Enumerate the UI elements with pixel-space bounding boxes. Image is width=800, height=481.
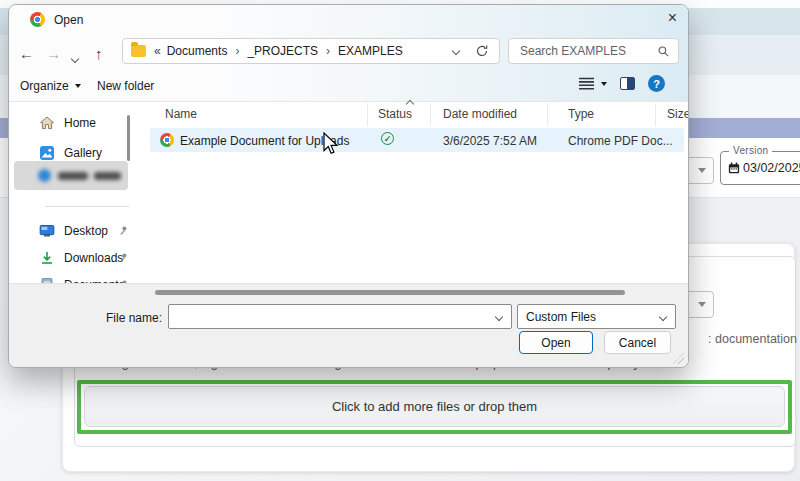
sidebar-item-label: Downloads: [64, 251, 123, 265]
version-label: Version: [729, 145, 772, 156]
breadcrumb-examples[interactable]: EXAMPLES: [338, 44, 403, 58]
column-header-size[interactable]: Size: [667, 107, 689, 121]
search-input[interactable]: [518, 43, 657, 59]
chevron-down-icon: [601, 82, 607, 86]
chevron-down-icon: [698, 168, 706, 173]
column-header-name[interactable]: Name: [165, 107, 197, 121]
documentation-text-fragment: : documentation: [708, 332, 797, 346]
chrome-icon: [30, 12, 45, 27]
chevron-down-icon: [71, 55, 79, 63]
file-name-input[interactable]: [169, 305, 511, 328]
breadcrumb-separator: ›: [326, 44, 330, 58]
file-type-select[interactable]: Custom Files: [517, 304, 676, 329]
new-folder-label: New folder: [97, 79, 154, 93]
forward-button[interactable]: →: [46, 45, 61, 62]
organize-label: Organize: [20, 79, 69, 93]
refresh-icon[interactable]: [475, 44, 489, 58]
search-box: [508, 38, 679, 64]
breadcrumb-projects[interactable]: _PROJECTS: [247, 44, 318, 58]
horizontal-scrollbar[interactable]: [155, 290, 625, 295]
column-divider: [430, 103, 431, 126]
version-date-field[interactable]: 03/02/2025: [720, 151, 800, 185]
pin-icon: [117, 225, 128, 236]
column-divider: [655, 103, 656, 126]
sidebar-item-home[interactable]: Home: [39, 113, 96, 133]
green-annotation-box: Click to add more files or drop them: [77, 380, 792, 434]
column-header-date-modified[interactable]: Date modified: [443, 107, 517, 121]
chevron-down-icon: [75, 84, 81, 88]
back-button[interactable]: ←: [19, 45, 34, 62]
desktop-icon: [39, 223, 55, 239]
column-header-status[interactable]: Status: [378, 107, 412, 121]
chrome-file-icon: [160, 133, 174, 147]
calendar-icon: [728, 162, 740, 174]
file-type-value: Custom Files: [526, 310, 596, 324]
list-view-icon: [579, 77, 594, 90]
open-file-dialog: Open × ← → ↑ « Documents › _PROJECTS › E…: [8, 4, 689, 368]
sidebar-item-label: Gallery: [64, 146, 102, 160]
column-divider: [367, 103, 368, 126]
file-name-label: File name:: [69, 311, 162, 325]
toolbar-separator: [9, 101, 688, 102]
sidebar-divider: [45, 206, 129, 207]
version-value: 03/02/2025: [743, 161, 800, 175]
column-divider: [547, 103, 548, 126]
chevron-down-icon: [659, 313, 667, 321]
file-date-modified: 3/6/2025 7:52 AM: [443, 134, 537, 148]
sidebar-item-label: Home: [64, 116, 96, 130]
sidebar-item-onedrive-blurred[interactable]: [14, 161, 128, 190]
new-folder-button[interactable]: New folder: [97, 79, 154, 93]
help-icon[interactable]: ?: [648, 75, 665, 92]
recent-locations-button[interactable]: [72, 51, 78, 65]
organize-button[interactable]: Organize: [20, 79, 81, 93]
breadcrumb-documents[interactable]: Documents: [167, 44, 228, 58]
breadcrumb-prefix: «: [154, 44, 161, 58]
dialog-title: Open: [54, 13, 83, 27]
home-icon: [39, 115, 55, 131]
search-icon: [657, 45, 670, 58]
folder-icon: [131, 45, 146, 57]
screen: 03/02/2025 Version : documentation indic…: [0, 0, 800, 481]
pin-icon: [117, 252, 128, 263]
sidebar-item-downloads[interactable]: Downloads: [39, 248, 123, 268]
downloads-icon: [39, 250, 55, 266]
view-options-button[interactable]: [579, 77, 607, 90]
cloud-account-icon: [38, 169, 51, 182]
cancel-button[interactable]: Cancel: [604, 331, 671, 354]
dialog-footer: File name: Custom Files Open Cancel: [9, 283, 688, 367]
gallery-icon: [39, 145, 55, 161]
breadcrumb-separator: ›: [235, 44, 239, 58]
address-bar[interactable]: « Documents › _PROJECTS › EXAMPLES: [122, 38, 500, 64]
sidebar-item-label: Desktop: [64, 224, 108, 238]
column-header-type[interactable]: Type: [568, 107, 594, 121]
file-type: Chrome PDF Doc...: [568, 134, 673, 148]
status-synced-icon: ✓: [381, 132, 394, 145]
blurred-text: [58, 172, 88, 180]
add-files-dropzone[interactable]: Click to add more files or drop them: [84, 386, 785, 427]
chevron-down-icon: [698, 302, 706, 307]
preview-pane-icon[interactable]: [620, 77, 635, 90]
open-button[interactable]: Open: [519, 331, 593, 354]
address-dropdown-icon[interactable]: [452, 47, 460, 55]
sidebar-item-gallery[interactable]: Gallery: [39, 143, 102, 163]
sidebar-item-desktop[interactable]: Desktop: [39, 221, 108, 241]
mouse-cursor: [322, 132, 340, 156]
up-button[interactable]: ↑: [95, 45, 103, 62]
sidebar-scrollbar[interactable]: [127, 115, 130, 161]
resize-grip[interactable]: [673, 353, 684, 364]
file-name-combo: [168, 304, 512, 329]
close-icon[interactable]: ×: [668, 10, 677, 26]
blurred-text: [94, 172, 121, 180]
